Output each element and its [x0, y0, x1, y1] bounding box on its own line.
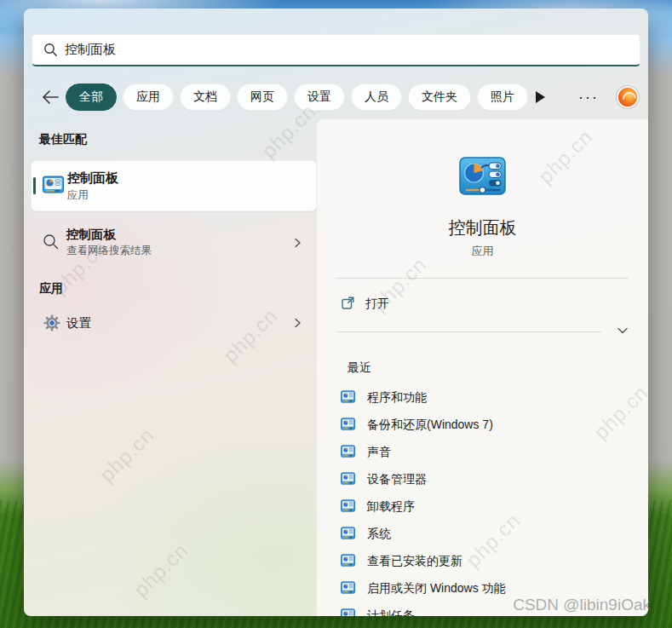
detail-subtitle: 应用 [317, 244, 648, 259]
filter-pill[interactable]: 文件夹 [408, 84, 471, 111]
control-panel-icon [341, 581, 355, 597]
divider [336, 331, 601, 332]
more-options-button[interactable]: ··· [574, 84, 603, 110]
search-flyout-panel: 控制面板 全部 应用 文档 网页 设置 人员 文件夹 照片 [24, 9, 648, 616]
apps-header: 应用 [39, 281, 63, 297]
search-query-text: 控制面板 [65, 42, 116, 58]
best-match-title: 控制面板 [67, 170, 118, 187]
control-panel-icon [341, 527, 355, 543]
best-match-header: 最佳匹配 [39, 132, 87, 147]
web-item-subtitle: 查看网络搜索结果 [66, 244, 152, 258]
recent-item[interactable]: 设备管理器 [317, 466, 648, 493]
control-panel-icon [43, 176, 64, 197]
web-item-title: 控制面板 [66, 227, 116, 243]
recent-item-label: 计划任务 [367, 608, 415, 616]
recent-item-label: 设备管理器 [367, 472, 427, 487]
expand-filters-button[interactable] [536, 91, 545, 103]
settings-item-label: 设置 [66, 315, 91, 331]
settings-app-item[interactable]: 设置 [31, 302, 315, 346]
filter-pills: 全部 应用 文档 网页 设置 人员 文件夹 照片 [66, 84, 528, 111]
chevron-right-icon [291, 237, 303, 252]
selection-accent-bar [33, 177, 36, 194]
recent-header: 最近 [347, 360, 371, 376]
recent-item[interactable]: 系统 [317, 521, 648, 548]
best-match-subtitle: 应用 [67, 188, 89, 203]
recent-item-label: 启用或关闭 Windows 功能 [367, 581, 506, 596]
detail-title: 控制面板 [317, 216, 648, 239]
recent-item-label: 卸载程序 [367, 499, 415, 515]
recent-list: 程序和功能 备份和还原(Windows 7) 声音 [317, 384, 648, 616]
chevron-down-icon[interactable] [616, 324, 629, 341]
recent-item[interactable]: 查看已安装的更新 [317, 548, 648, 575]
recent-item-label: 程序和功能 [367, 390, 427, 406]
filter-pill[interactable]: 应用 [123, 84, 174, 111]
back-button[interactable] [37, 84, 63, 110]
user-avatar[interactable] [618, 88, 637, 107]
recent-item-label: 备份和还原(Windows 7) [367, 418, 493, 433]
open-action[interactable]: 打开 [336, 290, 609, 319]
filter-tabs-row: 全部 应用 文档 网页 设置 人员 文件夹 照片 ··· [24, 82, 648, 112]
control-panel-icon [341, 418, 355, 434]
control-panel-icon-large [459, 157, 506, 199]
recent-item-label: 系统 [367, 527, 391, 542]
search-icon [43, 233, 60, 254]
control-panel-icon [341, 554, 355, 570]
play-triangle-icon [536, 91, 545, 103]
recent-item-label: 查看已安装的更新 [367, 554, 462, 569]
recent-item[interactable]: 卸载程序 [317, 493, 648, 521]
chevron-right-icon [291, 317, 303, 332]
open-action-label: 打开 [365, 297, 389, 312]
search-input[interactable]: 控制面板 [32, 34, 640, 66]
filter-pill[interactable]: 全部 [66, 84, 117, 111]
web-search-result-item[interactable]: 控制面板 查看网络搜索结果 [31, 222, 315, 266]
control-panel-icon [341, 499, 355, 516]
open-external-icon [341, 296, 355, 314]
filter-pill[interactable]: 设置 [294, 84, 345, 111]
recent-item[interactable]: 计划任务 [317, 602, 648, 616]
recent-item-label: 声音 [367, 445, 391, 460]
recent-item[interactable]: 启用或关闭 Windows 功能 [317, 575, 648, 602]
gear-icon [43, 314, 61, 336]
recent-item[interactable]: 声音 [317, 439, 648, 466]
filter-pill[interactable]: 网页 [237, 84, 288, 111]
control-panel-icon [341, 445, 355, 461]
filter-pill[interactable]: 文档 [180, 84, 231, 111]
control-panel-icon [341, 608, 355, 617]
search-icon [43, 43, 58, 57]
control-panel-icon [341, 472, 355, 488]
divider [336, 278, 629, 279]
control-panel-icon [341, 390, 355, 406]
result-detail-pane: 控制面板 应用 打开 最近 程序和功能 [317, 119, 648, 616]
recent-item[interactable]: 备份和还原(Windows 7) [317, 412, 648, 439]
recent-item[interactable]: 程序和功能 [317, 384, 648, 412]
best-match-item[interactable]: 控制面板 应用 [31, 160, 317, 211]
filter-pill[interactable]: 人员 [351, 84, 402, 111]
filter-pill[interactable]: 照片 [477, 84, 528, 111]
